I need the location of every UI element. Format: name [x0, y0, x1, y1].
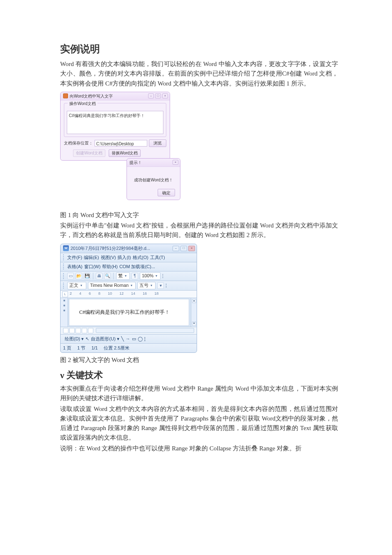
word-standard-toolbar[interactable]: ▭ 📂 💾 🖶 🔍 繁▾ ¶ 100%▾ ¦ [61, 271, 197, 281]
document-paper[interactable]: C#编程词典是我们学习和工作的好帮手！ [69, 299, 189, 326]
word-drawing-toolbar[interactable]: 绘图(D) ▾ ↖ 自选图形(U) ▾ ╲ → ▭ ◯ ¦ [61, 335, 197, 344]
tab-selector-icon[interactable]: L [62, 291, 68, 297]
toolbar-overflow-icon[interactable]: ¦ [166, 282, 167, 289]
keytech-para-1: 本实例重点在于向读者介绍怎样使用 Word 文档中 Range 属性向 Word… [60, 384, 338, 403]
word-title: 2010年7月6日7时51分22秒984毫秒.d... [71, 245, 173, 252]
view-web-icon[interactable] [69, 328, 75, 333]
menu-edit[interactable]: 编辑(E) [84, 254, 99, 261]
path-input[interactable]: C:\Users\wj\Desktop [95, 140, 147, 147]
word-menubar-2[interactable]: 表格(A) 窗口(W) 帮助(H) COM 加载项(C)... [61, 262, 197, 271]
menubar-handle-icon[interactable] [63, 254, 65, 260]
word-titlebar[interactable]: 2010年7月6日7时51分22秒984毫秒.d... – □ × [61, 244, 197, 253]
toolbar-overflow-icon[interactable]: ¦ [144, 335, 146, 342]
view-outline-icon[interactable] [82, 328, 87, 333]
app-icon [63, 93, 68, 98]
browse-button[interactable]: 浏览 [149, 139, 166, 147]
word-view-row[interactable] [61, 327, 197, 335]
rect-icon[interactable]: ▭ [132, 335, 136, 342]
save-icon[interactable]: 💾 [84, 273, 90, 279]
vertical-scrollbar[interactable]: ▴▾ [191, 298, 197, 327]
view-print-icon[interactable] [75, 328, 81, 333]
messagebox: 提示！ × 成功创建Word文档！ 确定 [127, 158, 180, 200]
paragraph-mark-icon[interactable]: ¶ [131, 273, 138, 279]
menu-tools[interactable]: 工具(T) [150, 254, 165, 261]
horizontal-scrollbar[interactable] [96, 328, 194, 333]
word-close-button[interactable]: × [188, 246, 195, 251]
font-select[interactable]: Times New Roman▾ [88, 282, 136, 289]
menu-insert[interactable]: 插入(I) [117, 254, 131, 261]
create-word-button: 创建Word文档 [73, 149, 105, 157]
group-operate-word: 操作Word文档 C#编程词典是我们学习和工作的好帮手！ [64, 103, 166, 137]
toolbar-handle-icon[interactable] [63, 273, 65, 279]
view-normal-icon[interactable] [63, 328, 68, 333]
menu-window[interactable]: 窗口(W) [84, 263, 101, 270]
menu-table[interactable]: 表格(A) [67, 263, 83, 270]
maximize-button[interactable]: □ [155, 93, 161, 98]
menu-com-addins[interactable]: COM 加载项(C)... [119, 263, 155, 270]
scroll-down-icon[interactable]: ▾ [192, 322, 196, 326]
ruler-mark: 14 [131, 291, 135, 297]
menu-view[interactable]: 视图(V) [101, 254, 116, 261]
menu-help[interactable]: 帮助(H) [102, 263, 117, 270]
status-fraction: 1/1 [91, 345, 97, 352]
word-maximize-button[interactable]: □ [180, 246, 187, 251]
word-menubar-1[interactable]: 文件(F) 编辑(E) 视图(V) 插入(I) 格式(O) 工具(T) [61, 253, 197, 262]
open-icon[interactable]: 📂 [75, 273, 82, 279]
msg-close-button[interactable]: × [173, 160, 178, 165]
view-reading-icon[interactable] [88, 328, 93, 333]
figure-2-caption: 图 2 被写入文字的 Word 文档 [60, 355, 338, 365]
word-window: 2010年7月6日7时51分22秒984毫秒.d... – □ × 文件(F) … [60, 244, 197, 353]
scroll-up-icon[interactable]: ▴ [192, 299, 196, 303]
ruler-mark: 8 [98, 291, 100, 297]
replace-word-button[interactable]: 替换Word文档 [109, 149, 141, 157]
arrow-icon[interactable]: → [126, 335, 130, 342]
ruler-mark: 4 [79, 291, 81, 297]
para-after-fig1: 实例运行中单击"创建 Word 文档"按钮，会根据用户选择的路径位置创建 Wor… [60, 221, 338, 240]
figure-1: 向Word文档中写入文字 – □ × 操作Word文档 C#编程词典是我们学习和… [60, 92, 189, 208]
oval-icon[interactable]: ◯ [138, 335, 143, 342]
ruler-mark: 12 [119, 291, 124, 297]
msg-titlebar[interactable]: 提示！ × [127, 159, 180, 167]
ruler-mark: 2 [70, 291, 72, 297]
msg-ok-button[interactable]: 确定 [158, 189, 175, 196]
draw-menu[interactable]: 绘图(D) ▾ [65, 335, 84, 342]
app-titlebar[interactable]: 向Word文档中写入文字 – □ × [61, 92, 170, 100]
line-icon[interactable]: ╲ [121, 335, 124, 342]
print-icon[interactable]: 🖶 [96, 273, 102, 279]
new-doc-icon[interactable]: ▭ [67, 273, 74, 279]
menu-file[interactable]: 文件(F) [67, 254, 82, 261]
pointer-icon[interactable]: ↖ [85, 335, 89, 342]
keytech-para-3: 说明：在 Word 文档的操作中也可以使用 Range 对象的 Collapse… [60, 444, 338, 453]
style-select[interactable]: 正文▾ [67, 282, 86, 289]
toolbar-overflow-icon[interactable]: ¦ [162, 273, 163, 279]
close-button[interactable]: × [162, 93, 168, 98]
word-statusbar: 1 页 1 节 1/1 位置 2.5厘米 [61, 344, 197, 352]
status-page: 1 页 [63, 345, 71, 352]
menu-format[interactable]: 格式(O) [133, 254, 149, 261]
separator-icon [113, 273, 114, 279]
toolbar-handle-icon[interactable] [63, 283, 65, 289]
preview-icon[interactable]: 🔍 [104, 273, 111, 279]
menubar-handle-icon[interactable] [63, 264, 65, 269]
status-position: 位置 2.5厘米 [104, 345, 129, 352]
heading-key-tech: ν 关键技术 [60, 368, 338, 382]
word-icon [63, 245, 69, 251]
separator-icon [93, 273, 93, 279]
autoshapes-menu[interactable]: 自选图形(U) ▾ [91, 335, 119, 342]
zoom-select[interactable]: 100%▾ [140, 272, 161, 280]
traditional-toggle[interactable]: 繁▾ [116, 272, 130, 280]
word-ruler[interactable]: L 2 4 6 8 10 12 14 16 18 [61, 291, 197, 298]
word-formatting-toolbar[interactable]: 正文▾ Times New Roman▾ 五号▾ ▾ ¦ [61, 281, 197, 291]
minimize-button[interactable]: – [148, 93, 154, 98]
app-window: 向Word文档中写入文字 – □ × 操作Word文档 C#编程词典是我们学习和… [60, 92, 170, 161]
ruler-mark: 18 [154, 291, 158, 297]
more-format-icon[interactable]: ▾ [157, 282, 164, 289]
section-symbol: ν [60, 370, 66, 380]
word-minimize-button[interactable]: – [173, 246, 179, 251]
word-document-area[interactable]: C#编程词典是我们学习和工作的好帮手！ ▴▾ [61, 298, 197, 327]
content-textarea[interactable]: C#编程词典是我们学习和工作的好帮手！ [67, 111, 163, 134]
ruler-mark: 10 [108, 291, 112, 297]
font-size-select[interactable]: 五号▾ [137, 282, 156, 289]
keytech-para-2: 读取或设置 Word 文档中的文本内容的方式基本相同，首先是得到文本内容的范围，… [60, 404, 338, 443]
intro-paragraph: Word 有着强大的文本编辑功能，我们可以轻松的在 Word 中输入文本内容，更… [60, 59, 338, 88]
